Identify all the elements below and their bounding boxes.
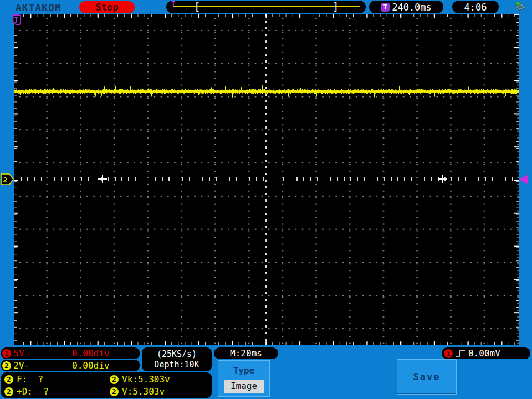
menu-title: Type [218,365,269,376]
left-ruler [14,14,18,345]
trigger-level-value: 0.00mV [468,348,500,359]
trigger-position-bar[interactable]: T [ ] [166,1,366,13]
trigger-offscreen-marker: T [12,14,21,25]
ch1-status-box: 1 5V- 0.00div [1,347,140,359]
measurement-text: V:5.303v [122,386,165,397]
trigger-time-readout: T 240.0ms [369,1,443,13]
measurement-vk: 2 Vk:5.303v [110,374,170,385]
measure-cursor-right[interactable] [438,175,447,183]
ch2-offset: 0.00div [72,360,109,371]
meas-ch-badge: 2 [4,387,13,396]
usb-drive-icon [512,1,526,13]
ch2-ground-marker[interactable]: 2 [1,172,14,186]
clock-readout: 4:06 [452,1,499,13]
menu-selected-option[interactable]: Image [224,380,264,393]
memory-window-line [173,6,360,7]
measurement-text: Vk:5.303v [122,374,170,385]
ch1-volts-div: 5V- [13,348,29,359]
trigger-level-arrow[interactable] [519,175,528,185]
timebase-readout: M:20ms [214,347,278,359]
menu-type-button[interactable]: Type Image [218,360,270,397]
ch1-badge: 1 [2,349,11,358]
svg-text:2: 2 [3,176,8,184]
measurement-frequency: 2 F: ? [4,374,43,385]
measurement-text: F: ? [17,374,43,385]
ch2-badge: 2 [2,361,11,370]
waveform-display [14,14,519,345]
measurements-box: 2 F: ? 2 Vk:5.303v 2 +D: ? 2 V:5.303v [1,372,212,398]
run-stop-status[interactable]: Stop [79,1,135,13]
brand-logo: AKTAKOM [16,2,62,13]
measurement-duty: 2 +D: ? [4,386,49,397]
window-left-bracket: [ [194,1,200,13]
measurement-text: +D: ? [17,386,49,397]
save-button[interactable]: Save [397,359,457,395]
meas-ch-badge: 2 [110,375,119,384]
trigger-level-readout: 1 0.00mV [442,347,530,359]
bottom-ruler [14,341,519,345]
memory-depth: Depth:10K [154,360,199,370]
meas-ch-badge: 2 [4,375,13,384]
trigger-time-value: 240.0ms [392,2,432,13]
rising-edge-icon [455,350,466,357]
trigger-t-icon: T [381,3,390,12]
meas-ch-badge: 2 [110,387,119,396]
right-ruler [514,14,519,345]
measurement-v: 2 V:5.303v [110,386,165,397]
acquisition-box: (25KS/s) Depth:10K [142,347,212,371]
top-ruler [14,14,519,18]
measure-cursor-left[interactable] [98,175,107,183]
window-right-bracket: ] [332,1,339,13]
ch1-offset: 0.00div [72,348,109,359]
ch2-volts-div: 2V- [13,360,29,371]
sample-rate: (25KS/s) [157,349,197,359]
ch2-status-box: 2 2V- 0.00div [1,360,140,371]
trigger-source-badge: 1 [444,349,453,358]
